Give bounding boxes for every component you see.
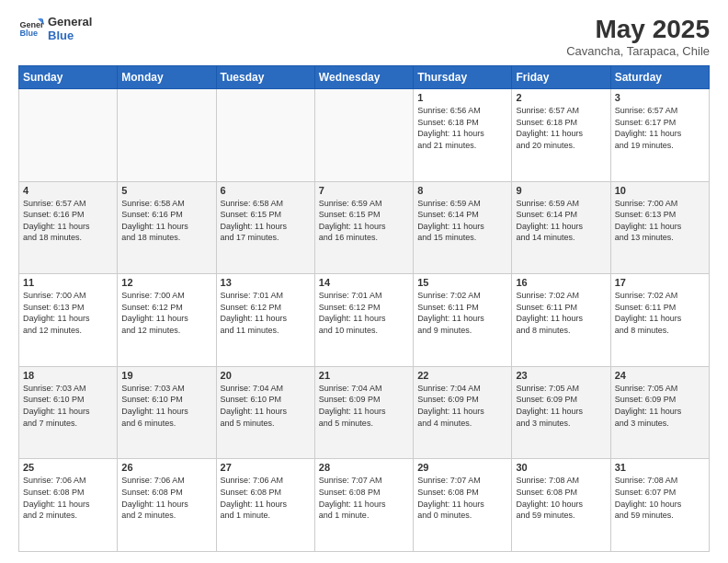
day-info: Sunrise: 7:03 AM Sunset: 6:10 PM Dayligh…	[23, 383, 113, 429]
calendar-cell: 4Sunrise: 6:57 AM Sunset: 6:16 PM Daylig…	[19, 181, 118, 274]
day-number: 19	[121, 370, 211, 381]
day-number: 30	[516, 462, 606, 473]
calendar-cell: 31Sunrise: 7:08 AM Sunset: 6:07 PM Dayli…	[610, 459, 709, 552]
svg-text:Blue: Blue	[19, 29, 38, 38]
day-number: 13	[221, 277, 311, 288]
calendar-cell: 22Sunrise: 7:04 AM Sunset: 6:09 PM Dayli…	[414, 366, 512, 459]
weekday-header: Tuesday	[216, 66, 314, 89]
weekday-header: Saturday	[610, 66, 709, 89]
calendar-cell: 25Sunrise: 7:06 AM Sunset: 6:08 PM Dayli…	[19, 459, 118, 552]
day-info: Sunrise: 7:07 AM Sunset: 6:08 PM Dayligh…	[319, 475, 409, 521]
day-number: 15	[417, 277, 507, 288]
day-number: 14	[319, 277, 409, 288]
calendar-cell: 7Sunrise: 6:59 AM Sunset: 6:15 PM Daylig…	[314, 181, 413, 274]
weekday-header: Sunday	[19, 66, 118, 89]
day-number: 23	[516, 370, 606, 381]
day-info: Sunrise: 6:57 AM Sunset: 6:18 PM Dayligh…	[516, 105, 606, 151]
day-info: Sunrise: 7:06 AM Sunset: 6:08 PM Dayligh…	[221, 475, 311, 521]
calendar-cell: 3Sunrise: 6:57 AM Sunset: 6:17 PM Daylig…	[610, 89, 709, 182]
day-info: Sunrise: 6:57 AM Sunset: 6:16 PM Dayligh…	[23, 198, 113, 244]
calendar-cell: 27Sunrise: 7:06 AM Sunset: 6:08 PM Dayli…	[216, 459, 314, 552]
calendar-cell	[314, 89, 413, 182]
logo-icon: General Blue	[18, 16, 44, 41]
day-info: Sunrise: 6:59 AM Sunset: 6:15 PM Dayligh…	[319, 198, 409, 244]
calendar-cell: 20Sunrise: 7:04 AM Sunset: 6:10 PM Dayli…	[216, 366, 314, 459]
day-number: 1	[417, 92, 507, 103]
day-info: Sunrise: 7:05 AM Sunset: 6:09 PM Dayligh…	[516, 383, 606, 429]
calendar-cell: 9Sunrise: 6:59 AM Sunset: 6:14 PM Daylig…	[512, 181, 610, 274]
day-info: Sunrise: 7:00 AM Sunset: 6:13 PM Dayligh…	[23, 290, 113, 336]
page-header: General Blue General Blue May 2025 Cavan…	[18, 15, 710, 58]
day-info: Sunrise: 6:59 AM Sunset: 6:14 PM Dayligh…	[417, 198, 507, 244]
calendar-cell: 17Sunrise: 7:02 AM Sunset: 6:11 PM Dayli…	[610, 274, 709, 367]
day-info: Sunrise: 7:02 AM Sunset: 6:11 PM Dayligh…	[417, 290, 507, 336]
calendar-cell: 28Sunrise: 7:07 AM Sunset: 6:08 PM Dayli…	[314, 459, 413, 552]
calendar-cell: 5Sunrise: 6:58 AM Sunset: 6:16 PM Daylig…	[118, 181, 216, 274]
calendar-title: May 2025	[566, 15, 710, 44]
day-number: 17	[615, 277, 705, 288]
day-number: 22	[417, 370, 507, 381]
day-number: 3	[615, 92, 705, 103]
logo-blue: Blue	[48, 29, 92, 42]
calendar-week-row: 25Sunrise: 7:06 AM Sunset: 6:08 PM Dayli…	[19, 459, 710, 552]
title-block: May 2025 Cavancha, Tarapaca, Chile	[566, 15, 710, 58]
weekday-header: Monday	[118, 66, 216, 89]
calendar-cell: 15Sunrise: 7:02 AM Sunset: 6:11 PM Dayli…	[414, 274, 512, 367]
calendar-header-row: SundayMondayTuesdayWednesdayThursdayFrid…	[19, 66, 710, 89]
day-info: Sunrise: 7:00 AM Sunset: 6:13 PM Dayligh…	[615, 198, 705, 244]
calendar-cell: 19Sunrise: 7:03 AM Sunset: 6:10 PM Dayli…	[118, 366, 216, 459]
calendar-cell: 6Sunrise: 6:58 AM Sunset: 6:15 PM Daylig…	[216, 181, 314, 274]
day-info: Sunrise: 6:58 AM Sunset: 6:16 PM Dayligh…	[121, 198, 211, 244]
day-number: 9	[516, 185, 606, 196]
calendar-cell: 23Sunrise: 7:05 AM Sunset: 6:09 PM Dayli…	[512, 366, 610, 459]
calendar-cell: 12Sunrise: 7:00 AM Sunset: 6:12 PM Dayli…	[118, 274, 216, 367]
day-info: Sunrise: 7:05 AM Sunset: 6:09 PM Dayligh…	[615, 383, 705, 429]
weekday-header: Friday	[512, 66, 610, 89]
day-number: 20	[221, 370, 311, 381]
day-number: 24	[615, 370, 705, 381]
day-info: Sunrise: 7:01 AM Sunset: 6:12 PM Dayligh…	[319, 290, 409, 336]
day-info: Sunrise: 7:04 AM Sunset: 6:09 PM Dayligh…	[319, 383, 409, 429]
day-number: 2	[516, 92, 606, 103]
day-info: Sunrise: 6:59 AM Sunset: 6:14 PM Dayligh…	[516, 198, 606, 244]
day-number: 8	[417, 185, 507, 196]
day-number: 4	[23, 185, 113, 196]
day-number: 16	[516, 277, 606, 288]
calendar-cell: 2Sunrise: 6:57 AM Sunset: 6:18 PM Daylig…	[512, 89, 610, 182]
day-number: 7	[319, 185, 409, 196]
logo: General Blue General Blue	[18, 15, 92, 42]
calendar-cell: 24Sunrise: 7:05 AM Sunset: 6:09 PM Dayli…	[610, 366, 709, 459]
day-number: 27	[221, 462, 311, 473]
calendar-subtitle: Cavancha, Tarapaca, Chile	[566, 44, 710, 58]
day-number: 18	[23, 370, 113, 381]
day-number: 11	[23, 277, 113, 288]
calendar-week-row: 4Sunrise: 6:57 AM Sunset: 6:16 PM Daylig…	[19, 181, 710, 274]
day-number: 25	[23, 462, 113, 473]
calendar-cell: 21Sunrise: 7:04 AM Sunset: 6:09 PM Dayli…	[314, 366, 413, 459]
day-number: 12	[121, 277, 211, 288]
day-info: Sunrise: 7:07 AM Sunset: 6:08 PM Dayligh…	[417, 475, 507, 521]
day-info: Sunrise: 6:57 AM Sunset: 6:17 PM Dayligh…	[615, 105, 705, 151]
day-info: Sunrise: 7:02 AM Sunset: 6:11 PM Dayligh…	[516, 290, 606, 336]
calendar-cell: 11Sunrise: 7:00 AM Sunset: 6:13 PM Dayli…	[19, 274, 118, 367]
day-info: Sunrise: 7:01 AM Sunset: 6:12 PM Dayligh…	[221, 290, 311, 336]
day-info: Sunrise: 7:04 AM Sunset: 6:10 PM Dayligh…	[221, 383, 311, 429]
calendar-cell	[118, 89, 216, 182]
day-number: 6	[221, 185, 311, 196]
calendar-cell	[19, 89, 118, 182]
calendar-cell: 26Sunrise: 7:06 AM Sunset: 6:08 PM Dayli…	[118, 459, 216, 552]
day-info: Sunrise: 7:08 AM Sunset: 6:08 PM Dayligh…	[516, 475, 606, 521]
day-number: 31	[615, 462, 705, 473]
day-info: Sunrise: 7:08 AM Sunset: 6:07 PM Dayligh…	[615, 475, 705, 521]
day-number: 21	[319, 370, 409, 381]
calendar-cell	[216, 89, 314, 182]
calendar-cell: 14Sunrise: 7:01 AM Sunset: 6:12 PM Dayli…	[314, 274, 413, 367]
calendar-week-row: 1Sunrise: 6:56 AM Sunset: 6:18 PM Daylig…	[19, 89, 710, 182]
day-info: Sunrise: 7:02 AM Sunset: 6:11 PM Dayligh…	[615, 290, 705, 336]
calendar-week-row: 11Sunrise: 7:00 AM Sunset: 6:13 PM Dayli…	[19, 274, 710, 367]
calendar-cell: 8Sunrise: 6:59 AM Sunset: 6:14 PM Daylig…	[414, 181, 512, 274]
logo-general: General	[48, 15, 92, 29]
day-info: Sunrise: 7:03 AM Sunset: 6:10 PM Dayligh…	[121, 383, 211, 429]
calendar-cell: 16Sunrise: 7:02 AM Sunset: 6:11 PM Dayli…	[512, 274, 610, 367]
calendar-cell: 29Sunrise: 7:07 AM Sunset: 6:08 PM Dayli…	[414, 459, 512, 552]
